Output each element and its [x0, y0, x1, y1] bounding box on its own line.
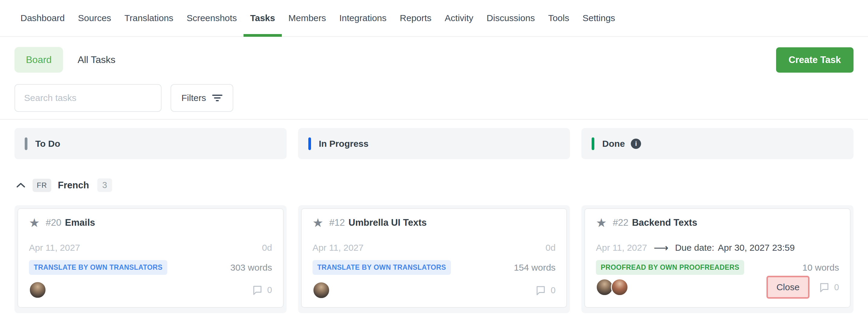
info-icon[interactable]: i [631, 139, 641, 149]
nav-tab-screenshots[interactable]: Screenshots [180, 0, 244, 36]
start-date: Apr 11, 2027 [29, 243, 80, 253]
column-label: In Progress [319, 139, 369, 149]
assignee-avatars [313, 281, 330, 299]
nav-tab-sources[interactable]: Sources [71, 0, 118, 36]
user-avatar[interactable] [611, 278, 628, 296]
nav-tab-discussions[interactable]: Discussions [480, 0, 541, 36]
comment-icon [252, 284, 263, 295]
card-title-row: ★ #20 Emails [29, 217, 272, 229]
comment-count: 0 [834, 282, 839, 292]
nav-tab-integrations[interactable]: Integrations [333, 0, 393, 36]
filters-button[interactable]: Filters [170, 84, 233, 112]
due-date-value: Apr 30, 2027 23:59 [718, 243, 795, 253]
card-date-row: Apr 11, 2027 0d [313, 243, 556, 253]
task-card[interactable]: ★ #20 Emails Apr 11, 2027 0d TRANSLATE B… [18, 208, 284, 308]
duration: 0d [546, 243, 555, 253]
star-icon[interactable]: ★ [313, 217, 323, 229]
collapse-group-button[interactable] [14, 181, 27, 190]
task-title: Umbrella UI Texts [348, 217, 427, 228]
lane-done: ★ #22 Backend Texts Apr 11, 2027 ⟶ Due d… [581, 205, 854, 313]
task-count-badge: 3 [97, 178, 112, 192]
card-date-row: Apr 11, 2027 0d [29, 243, 272, 253]
start-date: Apr 11, 2027 [596, 243, 647, 253]
task-title: Backend Texts [632, 217, 698, 228]
nav-tab-translations[interactable]: Translations [118, 0, 180, 36]
task-card[interactable]: ★ #22 Backend Texts Apr 11, 2027 ⟶ Due d… [584, 208, 850, 308]
comment-icon [818, 282, 830, 293]
divider [0, 119, 868, 120]
lane-in-progress: ★ #12 Umbrella UI Texts Apr 11, 2027 0d … [298, 205, 570, 313]
word-count: 303 words [230, 263, 272, 273]
nav-tab-tasks[interactable]: Tasks [244, 0, 282, 36]
assignee-avatars [29, 281, 46, 299]
nav-tab-reports[interactable]: Reports [393, 0, 438, 36]
start-date: Apr 11, 2027 [313, 243, 364, 253]
comments[interactable]: 0 [535, 285, 555, 296]
comments[interactable]: 0 [818, 282, 839, 293]
card-footer: 0 [29, 281, 272, 299]
star-icon[interactable]: ★ [29, 217, 40, 229]
column-label: To Do [35, 139, 60, 149]
main-nav: Dashboard Sources Translations Screensho… [0, 0, 868, 37]
nav-tab-tools[interactable]: Tools [541, 0, 576, 36]
language-group-header: FR French 3 [14, 178, 854, 192]
task-type-badge: TRANSLATE BY OWN TRANSLATORS [29, 260, 167, 275]
board-view-button[interactable]: Board [14, 47, 63, 72]
assignee-avatars [596, 278, 628, 296]
card-date-row: Apr 11, 2027 ⟶ Due date: Apr 30, 2027 23… [596, 243, 839, 253]
filter-icon [212, 94, 222, 102]
comment-count: 0 [551, 286, 555, 295]
column-accent-bar [592, 138, 594, 150]
lane-todo: ★ #20 Emails Apr 11, 2027 0d TRANSLATE B… [14, 205, 287, 313]
language-name: French [58, 180, 89, 191]
card-badge-row: PROOFREAD BY OWN PROOFREADERS 10 words [596, 260, 839, 275]
comments[interactable]: 0 [252, 284, 272, 295]
card-title-row: ★ #12 Umbrella UI Texts [313, 217, 556, 229]
column-header-todo: To Do [14, 128, 287, 159]
card-badge-row: TRANSLATE BY OWN TRANSLATORS 303 words [29, 260, 272, 275]
user-avatar[interactable] [29, 281, 46, 299]
view-toggle: Board All Tasks [14, 47, 116, 72]
card-footer: 0 [313, 281, 556, 299]
task-id: #20 [46, 217, 61, 228]
filter-row: Filters [14, 84, 854, 112]
board-column-headers: To Do In Progress Done i [14, 128, 854, 159]
language-code-badge: FR [33, 179, 51, 192]
close-task-button[interactable]: Close [767, 276, 809, 299]
comment-icon [535, 285, 547, 296]
task-id: #22 [613, 217, 628, 228]
nav-tab-dashboard[interactable]: Dashboard [14, 0, 71, 36]
nav-tab-activity[interactable]: Activity [438, 0, 480, 36]
comment-count: 0 [267, 285, 272, 295]
column-accent-bar [308, 138, 311, 150]
filters-label: Filters [181, 93, 206, 103]
nav-tab-members[interactable]: Members [282, 0, 333, 36]
column-accent-bar [25, 138, 27, 150]
search-input[interactable] [14, 84, 161, 112]
card-badge-row: TRANSLATE BY OWN TRANSLATORS 154 words [313, 260, 556, 275]
user-avatar[interactable] [313, 281, 330, 299]
task-id: #12 [330, 217, 345, 228]
card-title-row: ★ #22 Backend Texts [596, 217, 839, 229]
duration: 0d [262, 243, 272, 253]
column-label: Done [602, 139, 625, 149]
column-header-in-progress: In Progress [298, 128, 570, 159]
board-lanes: ★ #20 Emails Apr 11, 2027 0d TRANSLATE B… [14, 205, 854, 313]
word-count: 10 words [802, 263, 839, 273]
star-icon[interactable]: ★ [596, 217, 607, 229]
chevron-up-icon [16, 183, 25, 188]
task-type-badge: TRANSLATE BY OWN TRANSLATORS [313, 260, 451, 275]
word-count: 154 words [514, 263, 555, 273]
all-tasks-view-button[interactable]: All Tasks [78, 54, 116, 65]
due-date-label: Due date: [675, 243, 714, 253]
board-toolbar: Board All Tasks Create Task [14, 47, 854, 72]
card-footer: Close 0 [596, 276, 839, 299]
task-card[interactable]: ★ #12 Umbrella UI Texts Apr 11, 2027 0d … [301, 208, 567, 308]
arrow-right-icon: ⟶ [654, 243, 669, 253]
task-type-badge: PROOFREAD BY OWN PROOFREADERS [596, 260, 744, 275]
create-task-button[interactable]: Create Task [776, 47, 854, 72]
task-title: Emails [65, 217, 95, 228]
nav-tab-settings[interactable]: Settings [576, 0, 622, 36]
column-header-done: Done i [581, 128, 854, 159]
